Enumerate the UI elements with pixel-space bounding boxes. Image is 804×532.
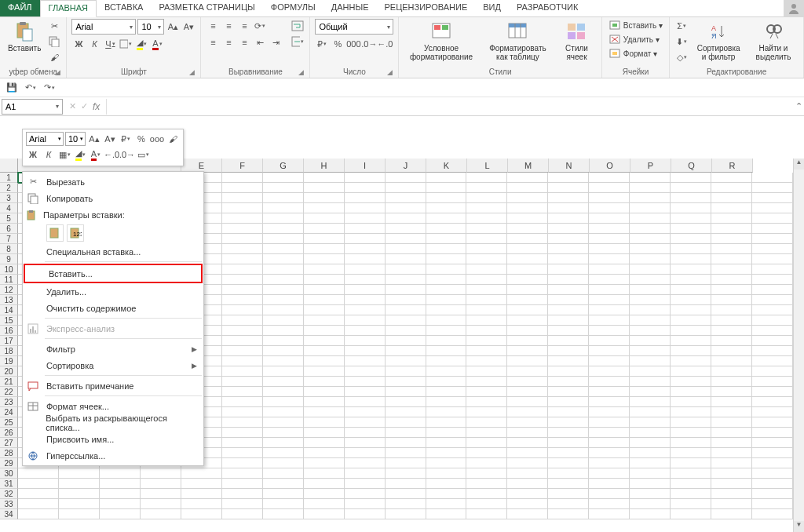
cell[interactable]	[630, 234, 671, 244]
cell[interactable]	[548, 489, 589, 499]
cell[interactable]	[671, 387, 711, 397]
cell[interactable]	[222, 193, 263, 203]
cell[interactable]	[426, 203, 467, 213]
cell[interactable]	[263, 275, 304, 285]
cell[interactable]	[100, 509, 141, 519]
cell[interactable]	[263, 489, 304, 499]
cell[interactable]	[752, 234, 793, 244]
cell[interactable]	[589, 366, 630, 377]
cell[interactable]	[711, 509, 752, 519]
cell[interactable]	[426, 397, 467, 407]
cell[interactable]	[630, 479, 671, 489]
cell[interactable]	[507, 183, 548, 193]
mini-border[interactable]: ▦	[57, 148, 71, 162]
scroll-up-button[interactable]: ▲	[794, 159, 804, 169]
cell[interactable]	[222, 295, 263, 305]
cell[interactable]	[671, 479, 711, 489]
cell[interactable]	[630, 224, 671, 234]
cell[interactable]	[630, 173, 671, 183]
cell[interactable]	[752, 173, 793, 183]
cell[interactable]	[345, 224, 386, 234]
cell[interactable]	[181, 499, 222, 509]
cell[interactable]	[671, 448, 711, 458]
align-left-button[interactable]: ≡	[206, 35, 220, 49]
cell[interactable]	[711, 326, 752, 336]
cell[interactable]	[222, 479, 263, 489]
tab-formulas[interactable]: ФОРМУЛЫ	[263, 0, 323, 16]
cell[interactable]	[466, 224, 507, 234]
merge-button[interactable]	[291, 35, 305, 49]
cell[interactable]	[386, 224, 426, 234]
cell[interactable]	[630, 377, 671, 387]
insert-cells-button[interactable]: Вставить ▾	[607, 19, 664, 31]
cell[interactable]	[671, 397, 711, 407]
mini-comma[interactable]: ооо	[150, 132, 164, 146]
cell[interactable]	[752, 509, 793, 519]
decrease-font-button[interactable]: A▾	[181, 20, 196, 34]
currency-button[interactable]: ₽	[315, 37, 329, 51]
cell[interactable]	[100, 489, 141, 499]
cell[interactable]	[345, 305, 386, 315]
row-header[interactable]: 28	[0, 448, 18, 458]
cell[interactable]	[589, 356, 630, 366]
cell[interactable]	[345, 387, 386, 397]
cell[interactable]	[304, 234, 345, 244]
cell[interactable]	[222, 366, 263, 377]
clear-button[interactable]: ◇	[674, 50, 689, 64]
cell[interactable]	[426, 417, 467, 428]
cell[interactable]	[630, 397, 671, 407]
increase-font-button[interactable]: A▴	[166, 20, 180, 34]
row-header[interactable]: 1	[0, 173, 18, 183]
cell[interactable]	[548, 438, 589, 448]
cell[interactable]	[752, 193, 793, 203]
cell[interactable]	[671, 295, 711, 305]
cell[interactable]	[18, 509, 59, 519]
decrease-decimal-button[interactable]: ←.0	[378, 37, 392, 51]
cell[interactable]	[507, 407, 548, 417]
align-top-button[interactable]: ≡	[206, 19, 220, 33]
cell[interactable]	[466, 254, 507, 264]
cell[interactable]	[589, 213, 630, 224]
cell[interactable]	[711, 173, 752, 183]
cell[interactable]	[345, 417, 386, 428]
cell[interactable]	[548, 275, 589, 285]
cell[interactable]	[752, 438, 793, 448]
mini-inc-decimal[interactable]: .0→	[120, 148, 134, 162]
col-header[interactable]: J	[386, 159, 426, 173]
cell[interactable]	[386, 428, 426, 438]
cell[interactable]	[386, 407, 426, 417]
cell[interactable]	[263, 203, 304, 213]
bold-button[interactable]: Ж	[71, 37, 86, 51]
cell[interactable]	[671, 193, 711, 203]
cell[interactable]	[222, 397, 263, 407]
col-header[interactable]: R	[712, 159, 753, 173]
cell[interactable]	[752, 499, 793, 509]
ctx-insert-comment[interactable]: Вставить примечание	[23, 377, 203, 394]
cell[interactable]	[304, 326, 345, 336]
cell[interactable]	[507, 387, 548, 397]
cell[interactable]	[426, 428, 467, 438]
orientation-button[interactable]: ⟳	[253, 19, 267, 33]
cell[interactable]	[507, 356, 548, 366]
cell[interactable]	[752, 387, 793, 397]
cell[interactable]	[263, 264, 304, 275]
row-header[interactable]: 19	[0, 356, 18, 366]
format-painter-button[interactable]: 🖌	[47, 50, 61, 64]
cell[interactable]	[507, 254, 548, 264]
cell[interactable]	[671, 264, 711, 275]
cell[interactable]	[711, 346, 752, 356]
cell[interactable]	[671, 254, 711, 264]
cell[interactable]	[304, 407, 345, 417]
cell[interactable]	[507, 438, 548, 448]
cell[interactable]	[345, 346, 386, 356]
cell[interactable]	[630, 336, 671, 346]
cell[interactable]	[345, 193, 386, 203]
cell[interactable]	[752, 183, 793, 193]
cell[interactable]	[507, 264, 548, 275]
font-name-select[interactable]: Arial	[71, 19, 136, 35]
cell[interactable]	[263, 417, 304, 428]
cell[interactable]	[507, 213, 548, 224]
cell[interactable]	[507, 479, 548, 489]
cell[interactable]	[466, 173, 507, 183]
row-header[interactable]: 21	[0, 377, 18, 387]
